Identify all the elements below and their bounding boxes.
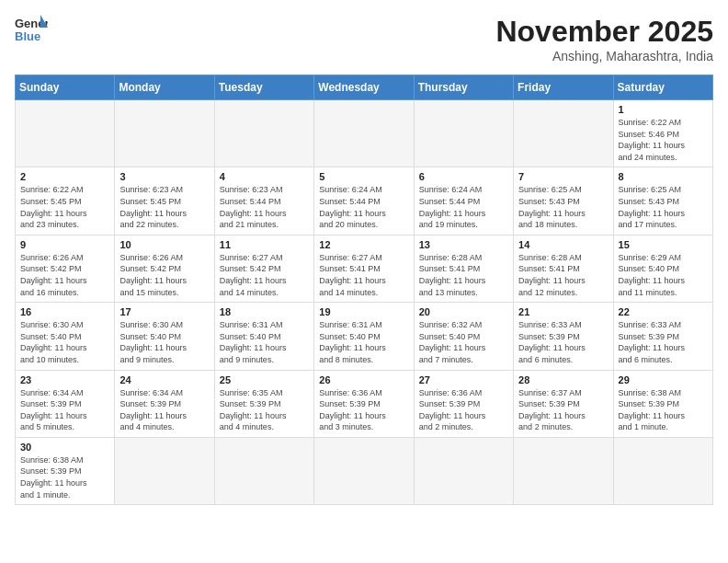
calendar-cell: [414, 437, 513, 504]
calendar-cell: [414, 100, 513, 167]
calendar-cell: 29Sunrise: 6:38 AM Sunset: 5:39 PM Dayli…: [613, 370, 712, 437]
day-number: 16: [20, 306, 109, 317]
day-number: 4: [220, 171, 309, 182]
day-number: 15: [619, 239, 708, 250]
calendar-header-saturday: Saturday: [613, 75, 712, 100]
calendar-cell: [314, 437, 414, 504]
calendar-cell: 22Sunrise: 6:33 AM Sunset: 5:39 PM Dayli…: [613, 303, 712, 370]
day-number: 20: [419, 306, 508, 317]
calendar-week-row: 9Sunrise: 6:26 AM Sunset: 5:42 PM Daylig…: [16, 235, 713, 302]
day-number: 30: [20, 442, 109, 453]
calendar-cell: 24Sunrise: 6:34 AM Sunset: 5:39 PM Dayli…: [115, 370, 214, 437]
logo-icon: General Blue: [15, 15, 48, 44]
calendar-week-row: 30Sunrise: 6:38 AM Sunset: 5:39 PM Dayli…: [16, 437, 713, 504]
calendar-cell: 26Sunrise: 6:36 AM Sunset: 5:39 PM Dayli…: [314, 370, 414, 437]
calendar-cell: 27Sunrise: 6:36 AM Sunset: 5:39 PM Dayli…: [414, 370, 513, 437]
day-info: Sunrise: 6:27 AM Sunset: 5:41 PM Dayligh…: [319, 252, 408, 298]
day-number: 17: [119, 306, 209, 317]
svg-text:Blue: Blue: [15, 29, 40, 43]
day-number: 2: [20, 171, 109, 182]
calendar-cell: 7Sunrise: 6:25 AM Sunset: 5:43 PM Daylig…: [514, 167, 613, 235]
day-number: 23: [20, 374, 109, 385]
day-info: Sunrise: 6:33 AM Sunset: 5:39 PM Dayligh…: [619, 319, 708, 365]
calendar-cell: 25Sunrise: 6:35 AM Sunset: 5:39 PM Dayli…: [214, 370, 313, 437]
logo: General Blue: [15, 15, 48, 44]
calendar-cell: 11Sunrise: 6:27 AM Sunset: 5:42 PM Dayli…: [214, 235, 313, 302]
month-title: November 2025: [495, 15, 713, 49]
calendar-cell: 5Sunrise: 6:24 AM Sunset: 5:44 PM Daylig…: [314, 167, 414, 235]
day-info: Sunrise: 6:23 AM Sunset: 5:45 PM Dayligh…: [119, 184, 209, 230]
calendar-cell: [115, 100, 214, 167]
day-number: 9: [20, 239, 109, 250]
day-number: 8: [619, 171, 708, 182]
day-info: Sunrise: 6:22 AM Sunset: 5:45 PM Dayligh…: [20, 184, 109, 230]
day-info: Sunrise: 6:27 AM Sunset: 5:42 PM Dayligh…: [220, 252, 309, 298]
calendar-week-row: 23Sunrise: 6:34 AM Sunset: 5:39 PM Dayli…: [16, 370, 713, 437]
day-number: 12: [319, 239, 408, 250]
day-info: Sunrise: 6:26 AM Sunset: 5:42 PM Dayligh…: [119, 252, 209, 298]
day-info: Sunrise: 6:38 AM Sunset: 5:39 PM Dayligh…: [20, 454, 109, 500]
day-number: 3: [119, 171, 209, 182]
day-info: Sunrise: 6:33 AM Sunset: 5:39 PM Dayligh…: [518, 319, 608, 365]
day-info: Sunrise: 6:35 AM Sunset: 5:39 PM Dayligh…: [220, 387, 309, 433]
calendar-header-friday: Friday: [514, 75, 613, 100]
calendar-week-row: 2Sunrise: 6:22 AM Sunset: 5:45 PM Daylig…: [16, 167, 713, 235]
calendar-cell: [115, 437, 214, 504]
day-info: Sunrise: 6:24 AM Sunset: 5:44 PM Dayligh…: [319, 184, 408, 230]
calendar-cell: 30Sunrise: 6:38 AM Sunset: 5:39 PM Dayli…: [16, 437, 115, 504]
day-info: Sunrise: 6:32 AM Sunset: 5:40 PM Dayligh…: [419, 319, 508, 365]
location: Anshing, Maharashtra, India: [495, 49, 713, 63]
day-number: 10: [119, 239, 209, 250]
calendar-cell: 18Sunrise: 6:31 AM Sunset: 5:40 PM Dayli…: [214, 303, 313, 370]
calendar-header-tuesday: Tuesday: [214, 75, 313, 100]
day-number: 21: [518, 306, 608, 317]
calendar-cell: 6Sunrise: 6:24 AM Sunset: 5:44 PM Daylig…: [414, 167, 513, 235]
day-info: Sunrise: 6:22 AM Sunset: 5:46 PM Dayligh…: [619, 117, 708, 163]
day-info: Sunrise: 6:28 AM Sunset: 5:41 PM Dayligh…: [419, 252, 508, 298]
calendar-week-row: 1Sunrise: 6:22 AM Sunset: 5:46 PM Daylig…: [16, 100, 713, 167]
day-number: 24: [119, 374, 209, 385]
calendar-cell: 10Sunrise: 6:26 AM Sunset: 5:42 PM Dayli…: [115, 235, 214, 302]
calendar-week-row: 16Sunrise: 6:30 AM Sunset: 5:40 PM Dayli…: [16, 303, 713, 370]
calendar-cell: 16Sunrise: 6:30 AM Sunset: 5:40 PM Dayli…: [16, 303, 115, 370]
day-number: 26: [319, 374, 408, 385]
day-info: Sunrise: 6:30 AM Sunset: 5:40 PM Dayligh…: [20, 319, 109, 365]
calendar-cell: 17Sunrise: 6:30 AM Sunset: 5:40 PM Dayli…: [115, 303, 214, 370]
calendar-cell: 20Sunrise: 6:32 AM Sunset: 5:40 PM Dayli…: [414, 303, 513, 370]
calendar-cell: 21Sunrise: 6:33 AM Sunset: 5:39 PM Dayli…: [514, 303, 613, 370]
day-number: 11: [220, 239, 309, 250]
day-number: 22: [619, 306, 708, 317]
calendar-cell: [514, 437, 613, 504]
day-number: 1: [619, 104, 708, 115]
calendar-cell: 14Sunrise: 6:28 AM Sunset: 5:41 PM Dayli…: [514, 235, 613, 302]
day-info: Sunrise: 6:34 AM Sunset: 5:39 PM Dayligh…: [119, 387, 209, 433]
day-info: Sunrise: 6:25 AM Sunset: 5:43 PM Dayligh…: [518, 184, 608, 230]
page-header: General Blue November 2025 Anshing, Maha…: [15, 15, 713, 63]
day-info: Sunrise: 6:30 AM Sunset: 5:40 PM Dayligh…: [119, 319, 209, 365]
day-number: 14: [518, 239, 608, 250]
calendar-header-wednesday: Wednesday: [314, 75, 414, 100]
calendar-cell: [514, 100, 613, 167]
calendar-cell: 8Sunrise: 6:25 AM Sunset: 5:43 PM Daylig…: [613, 167, 712, 235]
day-info: Sunrise: 6:38 AM Sunset: 5:39 PM Dayligh…: [619, 387, 708, 433]
calendar-cell: 15Sunrise: 6:29 AM Sunset: 5:40 PM Dayli…: [613, 235, 712, 302]
calendar-cell: 3Sunrise: 6:23 AM Sunset: 5:45 PM Daylig…: [115, 167, 214, 235]
calendar-cell: [613, 437, 712, 504]
day-info: Sunrise: 6:37 AM Sunset: 5:39 PM Dayligh…: [518, 387, 608, 433]
calendar-header-thursday: Thursday: [414, 75, 513, 100]
calendar-cell: 23Sunrise: 6:34 AM Sunset: 5:39 PM Dayli…: [16, 370, 115, 437]
day-info: Sunrise: 6:34 AM Sunset: 5:39 PM Dayligh…: [20, 387, 109, 433]
day-info: Sunrise: 6:23 AM Sunset: 5:44 PM Dayligh…: [220, 184, 309, 230]
day-number: 28: [518, 374, 608, 385]
calendar-cell: [16, 100, 115, 167]
day-info: Sunrise: 6:25 AM Sunset: 5:43 PM Dayligh…: [619, 184, 708, 230]
day-number: 25: [220, 374, 309, 385]
day-number: 19: [319, 306, 408, 317]
calendar-cell: 1Sunrise: 6:22 AM Sunset: 5:46 PM Daylig…: [613, 100, 712, 167]
calendar-header-row: SundayMondayTuesdayWednesdayThursdayFrid…: [16, 75, 713, 100]
day-info: Sunrise: 6:28 AM Sunset: 5:41 PM Dayligh…: [518, 252, 608, 298]
calendar-cell: 2Sunrise: 6:22 AM Sunset: 5:45 PM Daylig…: [16, 167, 115, 235]
day-info: Sunrise: 6:24 AM Sunset: 5:44 PM Dayligh…: [419, 184, 508, 230]
calendar-cell: 9Sunrise: 6:26 AM Sunset: 5:42 PM Daylig…: [16, 235, 115, 302]
day-number: 29: [619, 374, 708, 385]
